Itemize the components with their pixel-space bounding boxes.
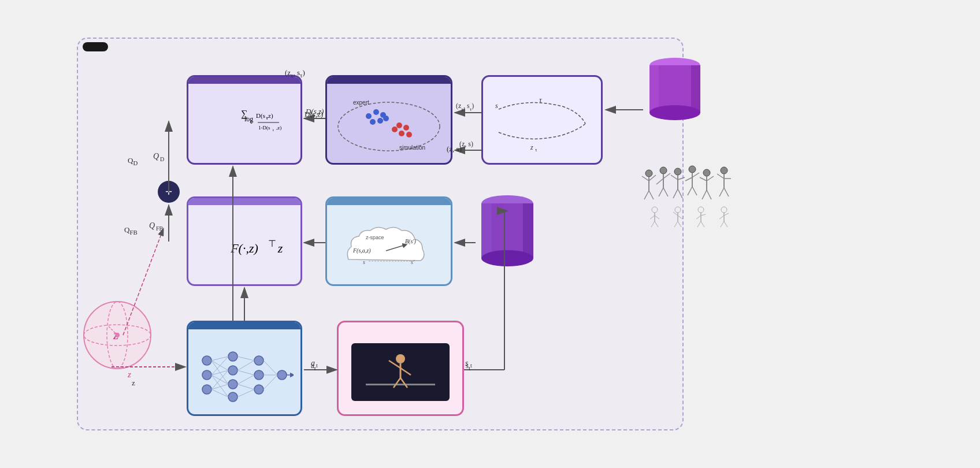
svg-point-93 bbox=[660, 167, 667, 174]
svg-point-42 bbox=[481, 250, 533, 266]
svg-rect-41 bbox=[523, 203, 533, 258]
svg-point-129 bbox=[675, 207, 681, 213]
discriminator-content: expert simulation bbox=[327, 84, 451, 163]
actor-box bbox=[187, 321, 302, 416]
svg-line-108 bbox=[692, 173, 699, 177]
svg-line-60 bbox=[211, 375, 228, 397]
svg-line-113 bbox=[700, 177, 707, 181]
svg-line-72 bbox=[263, 375, 277, 389]
svg-text:z: z bbox=[277, 241, 283, 255]
svg-line-110 bbox=[692, 187, 697, 195]
svg-point-141 bbox=[721, 207, 727, 213]
svg-line-143 bbox=[719, 216, 724, 219]
svg-text:F(s,a,z): F(s,a,z) bbox=[352, 247, 371, 254]
svg-point-44 bbox=[202, 370, 211, 380]
svg-line-64 bbox=[237, 356, 254, 361]
svg-line-145 bbox=[721, 221, 724, 227]
demo-data-cylinder bbox=[643, 55, 707, 136]
svg-line-119 bbox=[717, 174, 724, 179]
svg-point-46 bbox=[228, 352, 237, 361]
svg-line-116 bbox=[707, 190, 711, 199]
svg-rect-75 bbox=[366, 384, 435, 385]
svg-point-50 bbox=[254, 356, 263, 365]
svg-line-126 bbox=[655, 216, 659, 219]
z-s-label: (z, s) bbox=[447, 144, 462, 154]
actor-title bbox=[188, 322, 300, 329]
svg-line-68 bbox=[237, 370, 254, 375]
s-t-label: st bbox=[466, 361, 470, 372]
svg-line-138 bbox=[701, 214, 706, 216]
svg-point-76 bbox=[396, 354, 405, 363]
env-title bbox=[339, 322, 462, 329]
svg-text:s: s bbox=[495, 102, 498, 110]
env-box bbox=[337, 321, 464, 416]
svg-point-22 bbox=[396, 122, 402, 128]
svg-line-133 bbox=[674, 221, 678, 227]
pretraining-label bbox=[83, 42, 108, 51]
svg-line-107 bbox=[685, 177, 692, 181]
svg-line-104 bbox=[678, 189, 682, 198]
svg-point-111 bbox=[703, 169, 710, 176]
svg-text:simulation: simulation bbox=[399, 144, 425, 151]
svg-line-139 bbox=[697, 221, 701, 227]
svg-point-10 bbox=[338, 102, 440, 151]
svg-line-69 bbox=[237, 384, 254, 389]
svg-text:s': s' bbox=[411, 259, 415, 265]
svg-text:,z): ,z) bbox=[266, 112, 273, 120]
svg-line-92 bbox=[649, 191, 654, 199]
svg-rect-85 bbox=[691, 65, 700, 113]
plus-circle: + bbox=[158, 181, 180, 203]
svg-line-121 bbox=[719, 188, 724, 196]
svg-point-53 bbox=[277, 370, 287, 380]
svg-text:z-space: z-space bbox=[366, 235, 384, 240]
env-screen bbox=[351, 343, 450, 401]
svg-line-114 bbox=[707, 176, 714, 181]
svg-line-137 bbox=[696, 216, 701, 219]
svg-line-132 bbox=[678, 216, 682, 219]
svg-point-49 bbox=[228, 392, 237, 402]
svg-line-96 bbox=[663, 173, 670, 179]
svg-rect-40 bbox=[481, 203, 492, 258]
svg-line-102 bbox=[678, 177, 685, 180]
svg-point-21 bbox=[403, 125, 409, 131]
actor-content bbox=[195, 329, 294, 414]
svg-line-115 bbox=[702, 190, 707, 199]
svg-line-109 bbox=[688, 187, 692, 195]
disc-critic-formula: ∑ t log D(s t ,z) 1-D(s t ,z) bbox=[198, 84, 291, 163]
discriminator-box: expert simulation bbox=[325, 75, 452, 165]
svg-point-51 bbox=[254, 370, 263, 380]
svg-point-135 bbox=[698, 207, 704, 213]
fb-critic-box: F(·,z) ⊤ z bbox=[187, 196, 302, 286]
svg-line-98 bbox=[663, 188, 668, 196]
svg-point-117 bbox=[721, 167, 727, 174]
svg-point-105 bbox=[689, 166, 696, 173]
disc-critic-title bbox=[188, 77, 300, 84]
discriminator-title bbox=[327, 77, 451, 84]
svg-text:B(s'): B(s') bbox=[405, 238, 416, 245]
svg-line-58 bbox=[211, 370, 228, 375]
svg-point-48 bbox=[228, 380, 237, 389]
svg-line-54 bbox=[211, 356, 228, 361]
svg-line-103 bbox=[673, 189, 678, 198]
disc-critic-box: ∑ t log D(s t ,z) 1-D(s t ,z) bbox=[187, 75, 302, 165]
svg-text:F(·,z): F(·,z) bbox=[230, 241, 258, 255]
svg-line-101 bbox=[671, 175, 678, 180]
svg-line-122 bbox=[724, 188, 729, 196]
svg-line-127 bbox=[651, 221, 655, 227]
svg-point-18 bbox=[383, 116, 389, 121]
a-t-label: at bbox=[311, 361, 316, 372]
main-diagram: ∑ t log D(s t ,z) 1-D(s t ,z) bbox=[42, 20, 938, 448]
svg-text:z: z bbox=[530, 143, 533, 151]
svg-text:τ: τ bbox=[535, 147, 537, 153]
er-fb-title bbox=[483, 77, 601, 84]
svg-line-95 bbox=[656, 179, 663, 184]
er-fb-content: s τ z τ bbox=[483, 84, 601, 163]
z-label-input: z bbox=[132, 378, 135, 388]
svg-point-13 bbox=[366, 113, 372, 119]
svg-line-97 bbox=[659, 188, 663, 196]
svg-line-146 bbox=[724, 221, 727, 227]
svg-line-70 bbox=[263, 361, 277, 375]
svg-point-87 bbox=[645, 170, 652, 177]
svg-point-17 bbox=[377, 118, 383, 124]
svg-point-52 bbox=[254, 385, 263, 394]
